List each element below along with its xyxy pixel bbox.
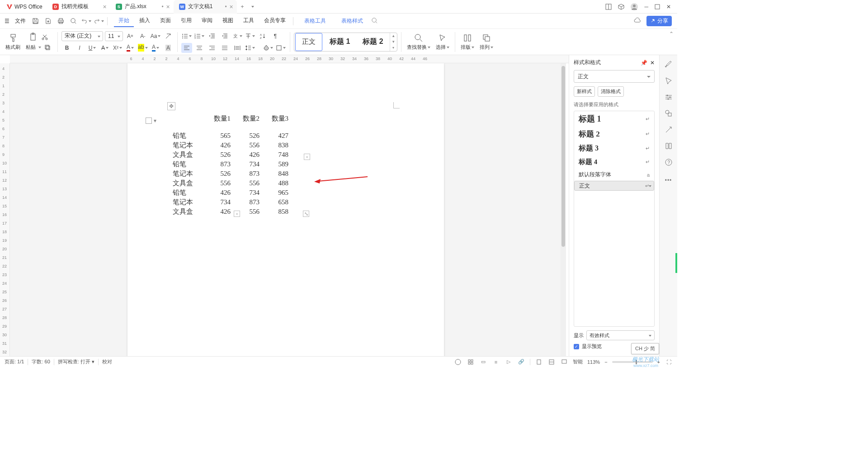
- arrow-cursor-icon[interactable]: [664, 76, 674, 86]
- sort-az-icon[interactable]: AZ: [257, 31, 268, 41]
- increase-font-icon[interactable]: A+: [125, 31, 136, 41]
- preview-checkbox[interactable]: ✓: [574, 344, 579, 349]
- select-group[interactable]: 选择: [434, 33, 451, 51]
- status-book-icon[interactable]: [454, 358, 462, 366]
- table-row[interactable]: 文具盒556556488: [173, 179, 288, 188]
- tab-menu-button[interactable]: [248, 4, 257, 10]
- shapes-icon[interactable]: [664, 108, 674, 118]
- style-item[interactable]: 默认段落字体a: [574, 169, 654, 181]
- vertical-scrollbar[interactable]: [561, 63, 566, 356]
- menu-表格工具[interactable]: 表格工具: [300, 15, 330, 27]
- user-avatar-icon[interactable]: [631, 3, 638, 10]
- fullscreen-icon[interactable]: ⛶: [665, 358, 673, 366]
- align-justify-icon[interactable]: [219, 43, 230, 53]
- data-table[interactable]: 数量1数量2数量3铅笔565526427笔记本426556838文具盒52642…: [173, 114, 288, 216]
- collapse-ribbon-icon[interactable]: ⌃: [669, 31, 674, 37]
- save-icon[interactable]: [29, 15, 41, 27]
- shading-icon[interactable]: [263, 43, 274, 53]
- table-header[interactable]: 数量3: [259, 114, 288, 131]
- style-gallery[interactable]: 正文 标题 1 标题 2 ▲▼▾: [294, 33, 397, 52]
- table-row[interactable]: 笔记本426556838: [173, 141, 288, 150]
- table-row[interactable]: 铅笔565526427: [173, 131, 288, 141]
- resize-handle-icon[interactable]: ⤡: [303, 211, 309, 217]
- table-options-icon[interactable]: ▾: [146, 118, 156, 124]
- new-style-button[interactable]: 新样式: [574, 86, 595, 97]
- bold-icon[interactable]: B: [61, 43, 72, 53]
- maximize-button[interactable]: [655, 4, 660, 9]
- panel-close-icon[interactable]: ✕: [650, 60, 655, 66]
- menu-工具[interactable]: 工具: [239, 15, 259, 27]
- line-spacing-icon[interactable]: [245, 43, 255, 53]
- table-row[interactable]: 文具盒526426748: [173, 150, 288, 160]
- underline-icon[interactable]: U: [87, 43, 98, 53]
- find-replace-group[interactable]: 查找替换: [405, 33, 432, 51]
- zoom-out-icon[interactable]: −: [604, 359, 607, 365]
- tab-close-icon[interactable]: ×: [103, 3, 107, 10]
- ruler-vertical[interactable]: 4212345678910111213141516171819202122232…: [0, 63, 10, 356]
- menu-表格样式[interactable]: 表格样式: [337, 15, 368, 27]
- paste-group[interactable]: 粘贴: [24, 32, 54, 52]
- menu-会员专享[interactable]: 会员专享: [259, 15, 290, 27]
- menu-插入[interactable]: 插入: [135, 15, 155, 27]
- borders-icon[interactable]: [275, 43, 286, 53]
- arrange-group[interactable]: 排版: [459, 33, 476, 51]
- style-item[interactable]: 标题 4↵: [574, 155, 654, 169]
- sort-group[interactable]: 排列: [478, 33, 495, 51]
- status-proof[interactable]: 校对: [102, 358, 112, 365]
- distribute-icon[interactable]: [232, 43, 243, 53]
- number-list-icon[interactable]: 123: [194, 31, 205, 41]
- search-menu-icon[interactable]: [371, 17, 378, 25]
- zoom-value[interactable]: 113%: [587, 359, 600, 365]
- strikethrough-icon[interactable]: A̶: [99, 43, 110, 53]
- clear-format-icon[interactable]: [163, 31, 174, 41]
- pin-icon[interactable]: 📌: [641, 60, 647, 66]
- print-icon[interactable]: [55, 15, 66, 27]
- hamburger-icon[interactable]: ☰: [3, 16, 11, 26]
- change-case-icon[interactable]: Aa: [150, 31, 161, 41]
- cube-icon[interactable]: [618, 4, 624, 10]
- menu-开始[interactable]: 开始: [114, 15, 134, 27]
- help-icon[interactable]: ?: [664, 157, 674, 167]
- style-item[interactable]: 标题 3↵: [574, 141, 654, 155]
- tools-icon[interactable]: [664, 125, 674, 135]
- status-spell[interactable]: 拼写检查: 打开 ▾: [58, 358, 94, 365]
- superscript-icon[interactable]: X²: [112, 43, 123, 53]
- font-size-select[interactable]: 11: [105, 31, 123, 41]
- font-name-select[interactable]: 宋体 (正文): [61, 31, 103, 41]
- minimize-button[interactable]: ─: [644, 4, 648, 10]
- menu-视图[interactable]: 视图: [218, 15, 238, 27]
- status-words[interactable]: 字数: 60: [32, 358, 50, 365]
- table-row[interactable]: 笔记本526873848: [173, 169, 288, 179]
- undo-button[interactable]: [80, 15, 92, 27]
- menu-引用[interactable]: 引用: [176, 15, 196, 27]
- document-canvas[interactable]: ✥ ▾ 数量1数量2数量3铅笔565526427笔记本426556838文具盒5…: [10, 63, 561, 356]
- style-h1[interactable]: 标题 1: [323, 33, 356, 51]
- document-tab[interactable]: W文字文稿1•×: [174, 0, 237, 14]
- style-item[interactable]: 标题 2↵: [574, 127, 654, 141]
- style-list[interactable]: 标题 1↵标题 2↵标题 3↵标题 4↵默认段落字体a正文↵: [574, 111, 655, 327]
- text-direction-icon[interactable]: 文: [232, 31, 243, 41]
- decrease-font-icon[interactable]: A-: [137, 31, 148, 41]
- share-button[interactable]: 分享: [646, 16, 672, 26]
- close-button[interactable]: ✕: [666, 4, 671, 10]
- text-fill-icon[interactable]: A: [150, 43, 161, 53]
- redo-button[interactable]: [93, 15, 104, 27]
- table-row[interactable]: 文具盒426556858: [173, 207, 288, 216]
- settings-icon[interactable]: [664, 92, 674, 102]
- add-row-right-icon[interactable]: +: [304, 154, 310, 160]
- print-preview-icon[interactable]: [67, 15, 79, 27]
- char-shading-icon[interactable]: A: [163, 43, 174, 53]
- align-left-icon[interactable]: [181, 43, 192, 53]
- font-color-icon[interactable]: A: [125, 43, 136, 53]
- increase-indent-icon[interactable]: [219, 31, 230, 41]
- new-tab-button[interactable]: ＋: [237, 3, 248, 10]
- show-filter-select[interactable]: 有效样式: [586, 330, 655, 340]
- table-header[interactable]: 数量1: [202, 114, 231, 131]
- copy-icon[interactable]: [43, 43, 52, 52]
- style-body[interactable]: 正文: [295, 33, 322, 51]
- status-view3-icon[interactable]: ▷: [505, 358, 513, 366]
- status-page-icon[interactable]: [535, 358, 543, 366]
- table-header[interactable]: [173, 114, 202, 131]
- cloud-icon[interactable]: [634, 17, 641, 25]
- pencil-icon[interactable]: [664, 60, 674, 70]
